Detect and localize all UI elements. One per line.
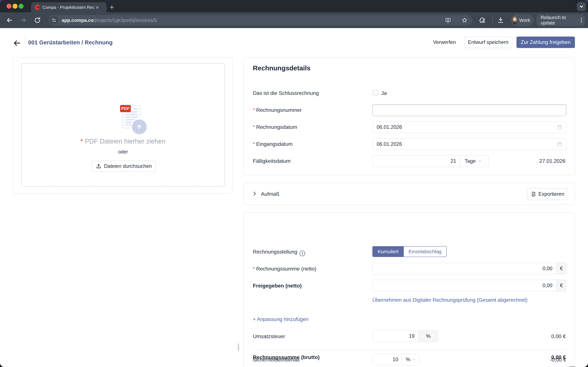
- totals-divider: [253, 350, 566, 350]
- pdf-badge: PDF: [120, 105, 131, 112]
- upload-circle-icon: [131, 118, 148, 135]
- chevron-down-icon: [579, 4, 584, 9]
- toolbar-separator: [492, 16, 493, 24]
- takeover-link[interactable]: Übernehmen aus Digitaler Rechnungsprüfun…: [372, 297, 527, 303]
- tab-title: Compa - Projektkosten Rechn: [42, 5, 95, 10]
- final-invoice-yes-label: Ja: [381, 90, 387, 96]
- pdf-dropzone[interactable]: PDF * PDF Dateien hierher ziehen oder Da…: [21, 63, 225, 187]
- billing-mode-toggle: Kumuliert Einzelabschlag: [372, 246, 446, 257]
- downloads-button[interactable]: [497, 16, 504, 24]
- due-days-group: 21 Tage: [372, 155, 489, 167]
- net-total-input[interactable]: 0,00: [373, 263, 556, 274]
- tab-strip: Compa - Projektkosten Rechn × +: [0, 0, 588, 12]
- pdf-file-icon: [531, 191, 536, 197]
- vat-label: Umsatzsteuer: [253, 333, 285, 339]
- relaunch-button[interactable]: Relaunch to update: [536, 14, 585, 26]
- export-button[interactable]: Exportieren: [527, 188, 568, 200]
- url-path: /projects/1gk3ps40j/invoices/5: [94, 18, 157, 23]
- save-draft-button[interactable]: Entwurf speichern: [464, 37, 512, 48]
- invoice-date-input[interactable]: 06.01.2026: [372, 121, 566, 133]
- extensions-button[interactable]: [479, 17, 486, 24]
- bookmark-star-icon[interactable]: [461, 17, 468, 24]
- omnibox-actions: [445, 17, 451, 23]
- final-invoice-checkbox[interactable]: [373, 90, 378, 95]
- retention-unit-select[interactable]: %: [402, 354, 420, 365]
- billing-card: Rechnungsstellungi Kumuliert Einzelabsch…: [243, 212, 575, 367]
- site-settings-button[interactable]: [50, 16, 58, 25]
- download-icon: [497, 16, 504, 24]
- panel-resize-handle[interactable]: [238, 343, 239, 351]
- invoice-date-value: 06.01.2026: [377, 124, 402, 130]
- net-total-group: 0,00 €: [372, 263, 566, 275]
- retention-amount: -0,00 €: [550, 357, 566, 363]
- add-adjustment-link[interactable]: + Anpassung hinzufügen: [253, 316, 308, 322]
- approved-group: 0,00 €: [372, 280, 566, 292]
- euro-addon: €: [556, 280, 566, 291]
- due-days-input[interactable]: 21: [373, 156, 460, 167]
- profile-chip[interactable]: Work: [511, 14, 534, 26]
- back-button[interactable]: [6, 17, 13, 24]
- due-unit-value: Tage: [465, 158, 476, 164]
- receipt-date-input[interactable]: 06.01.2026: [372, 138, 566, 150]
- mode-cumulative-button[interactable]: Kumuliert: [372, 246, 404, 257]
- address-bar[interactable]: app.compa.co/projects/1gk3ps40j/invoices…: [49, 15, 472, 25]
- export-label: Exportieren: [538, 191, 564, 197]
- approved-input[interactable]: 0,00: [373, 280, 556, 291]
- chevron-right-icon: [252, 191, 257, 196]
- tab-search-button[interactable]: [577, 2, 586, 11]
- dropzone-text: * PDF Dateien hierher ziehen: [22, 138, 224, 145]
- due-date-computed: 27.01.2026: [539, 158, 565, 164]
- retention-group: 10 %: [372, 354, 420, 365]
- vat-input[interactable]: 19: [373, 331, 419, 342]
- profile-name: Work: [519, 18, 530, 23]
- puzzle-icon: [479, 17, 486, 24]
- tab-close-icon[interactable]: ×: [96, 5, 99, 10]
- release-payment-button[interactable]: Zur Zahlung freigeben: [516, 37, 575, 48]
- info-icon[interactable]: i: [300, 250, 305, 256]
- final-invoice-label: Das ist die Schlussrechnung: [253, 90, 319, 96]
- retention-input[interactable]: 10: [372, 354, 402, 365]
- mode-single-button[interactable]: Einzelabschlag: [404, 246, 446, 257]
- macos-zoom-button[interactable]: [19, 4, 24, 9]
- net-total-label: *Rechnungssumme (netto): [253, 266, 316, 272]
- retention-label: Sicherheitseinbehalt: [252, 357, 300, 363]
- calendar-icon: [557, 141, 563, 147]
- percent-addon: %: [419, 331, 438, 342]
- calendar-icon: [557, 124, 563, 130]
- dropzone-or-text: oder: [22, 149, 224, 155]
- browse-files-button[interactable]: Dateien durchsuchen: [92, 161, 156, 172]
- avatar: [512, 16, 517, 25]
- page-title: 001 Gerüstarbeiten / Rechnung: [28, 39, 113, 46]
- aufmass-expander[interactable]: [252, 191, 257, 196]
- new-tab-button[interactable]: +: [110, 2, 114, 12]
- install-app-icon[interactable]: [445, 17, 451, 23]
- vat-amount: 0,00 €: [551, 333, 566, 339]
- forward-button[interactable]: [20, 17, 27, 24]
- browse-files-label: Dateien durchsuchen: [104, 163, 152, 169]
- chevron-down-icon: [412, 358, 416, 361]
- aufmass-label: Aufmaß: [261, 191, 279, 197]
- browser-menu-icon[interactable]: [581, 17, 582, 23]
- due-unit-select[interactable]: Tage: [460, 156, 488, 167]
- percent-value: %: [406, 357, 410, 362]
- billing-mode-label: Rechnungsstellungi: [253, 249, 305, 256]
- chevron-down-icon: [478, 159, 482, 163]
- reload-button[interactable]: [34, 17, 41, 24]
- bookmark-star-wrap: [461, 17, 468, 24]
- invoice-number-input[interactable]: [372, 104, 566, 116]
- url-text: app.compa.co/projects/1gk3ps40j/invoices…: [62, 18, 157, 23]
- upload-card: PDF * PDF Dateien hierher ziehen oder Da…: [13, 57, 233, 193]
- compa-favicon-icon: [35, 5, 40, 10]
- invoice-details-card: Rechnungsdetails Das ist die Schlussrech…: [243, 57, 575, 175]
- macos-minimize-button[interactable]: [13, 4, 17, 9]
- discard-button[interactable]: Verwerfen: [432, 37, 457, 48]
- due-date-label: Fälligkeitsdatum: [253, 158, 291, 164]
- details-heading: Rechnungsdetails: [253, 64, 311, 72]
- header-divider: [25, 37, 25, 48]
- vat-group: 19 %: [372, 330, 438, 342]
- page-back-button[interactable]: [13, 39, 21, 47]
- browser-tab[interactable]: Compa - Projektkosten Rechn ×: [31, 2, 107, 12]
- macos-close-button[interactable]: [7, 4, 11, 9]
- receipt-date-value: 06.01.2026: [377, 141, 402, 147]
- url-host: app.compa.co: [62, 18, 94, 23]
